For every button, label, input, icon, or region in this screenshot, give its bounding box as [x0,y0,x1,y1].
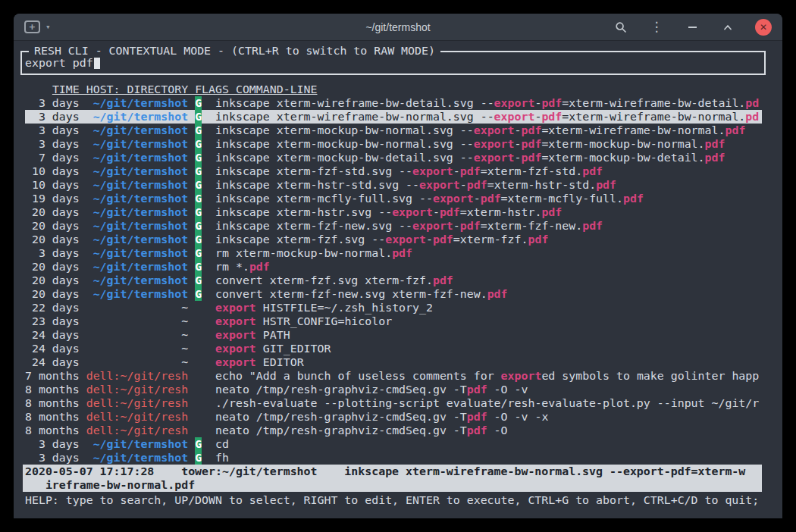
search-button[interactable] [613,19,629,36]
host-cell: ~/git/termshot [86,205,188,219]
history-row[interactable]: 20 days ~/git/termshot G convert xterm-f… [25,287,762,301]
history-row[interactable]: 10 days ~/git/termshot G inkscape xterm-… [25,164,762,178]
history-row[interactable]: 22 days ~ export HISTFILE=~/.zsh_history… [25,301,762,315]
minimize-button[interactable] [684,19,700,36]
spacer [195,396,202,410]
history-row[interactable]: 24 days ~ export GIT_EDITOR [25,342,762,355]
cmd-text: convert xterm-fzf.svg xterm-fzf. [215,274,433,287]
cmd-text: neato /tmp/resh-graphviz-cmdSeq.gv -T [215,424,467,437]
time-cell: 10 days [25,164,86,178]
cmd-match: pdf [541,96,562,110]
time-cell: 3 days [25,137,86,151]
history-row[interactable]: 23 days ~ export HSTR_CONFIG=hicolor [25,315,762,328]
restore-button[interactable] [719,19,736,36]
history-row[interactable]: 19 days ~/git/termshot G inkscape xterm-… [25,192,762,205]
history-row[interactable]: 20 days ~/git/termshot G inkscape xterm-… [25,205,762,219]
status-line-1: 2020-05-07 17:17:28 tower:~/git/termshot… [25,465,762,478]
history-row[interactable]: 20 days ~/git/termshot G convert xterm-f… [25,274,762,287]
history-row[interactable]: 10 days ~/git/termshot G inkscape xterm-… [25,178,762,192]
spacer [202,396,215,410]
history-row[interactable]: 7 days ~/git/termshot G inkscape xterm-m… [25,151,762,164]
cmd-text: inkscape xterm-fzf-new.svg -- [215,219,412,233]
new-tab-button[interactable]: + [24,20,40,33]
host-cell: ~/git/termshot [86,151,188,164]
history-row[interactable]: 20 days ~/git/termshot G rm *.pdf [25,260,762,274]
spacer [202,151,215,164]
spacer [202,451,215,465]
spacer [188,274,195,287]
table-header: TIME HOST: DIRECTORY FLAGS COMMAND-LINE [25,83,762,96]
cmd-match: pdf [460,219,481,233]
spacer [202,369,215,383]
cmd-match: pdf [467,410,487,424]
cmd-text: GIT_EDITOR [256,342,331,355]
titlebar: + ▾ ~/git/termshot ⋮ [14,14,782,41]
kebab-menu-icon: ⋮ [650,20,663,33]
chevron-down-icon[interactable]: ▾ [45,23,51,31]
cmd-match: export [494,96,535,110]
cmd-match: pdf [521,124,541,137]
spacer [188,205,195,219]
git-flag: G [195,151,202,164]
git-flag: G [195,192,202,205]
spacer [188,96,195,110]
spacer [195,410,202,424]
history-row[interactable]: 3 days ~/git/termshot G fh [25,451,762,465]
spacer [188,192,195,205]
cmd-text: HSTR_CONFIG=hicolor [256,315,392,328]
spacer [202,246,215,260]
history-row[interactable]: 20 days ~/git/termshot G inkscape xterm-… [25,233,762,246]
cmd-text: fh [215,451,229,465]
history-row[interactable]: 8 months dell:~/git/resh neato /tmp/resh… [25,410,762,424]
cmd-text: inkscape xterm-hstr.svg -- [215,205,392,219]
spacer [202,233,215,246]
search-query[interactable]: export pdf [25,56,93,70]
spacer [25,83,52,96]
history-table: TIME HOST: DIRECTORY FLAGS COMMAND-LINE … [14,83,782,465]
history-row[interactable]: 20 days ~/git/termshot G inkscape xterm-… [25,219,762,233]
time-cell: 3 days [25,96,86,110]
plus-icon: + [30,22,36,32]
spacer [202,124,215,137]
time-cell: 20 days [25,233,86,246]
history-row[interactable]: 8 months dell:~/git/resh neato /tmp/resh… [25,424,762,437]
git-flag: G [195,437,202,451]
menu-button[interactable]: ⋮ [648,19,665,36]
host-cell: ~ [86,315,188,328]
cmd-match: export [474,137,515,151]
git-flag: G [195,246,202,260]
host-cell: ~/git/termshot [86,451,188,465]
cmd-match: pd [745,96,759,110]
time-cell: 8 months [25,410,86,424]
cmd-text: -O [487,424,508,437]
host-cell: ~/git/termshot [86,287,188,301]
history-row[interactable]: 24 days ~ export PATH [25,328,762,342]
cmd-match: export [215,328,256,342]
cmd-match: export [494,110,535,124]
spacer [202,315,215,328]
history-row[interactable]: 3 days ~/git/termshot G inkscape xterm-w… [25,96,762,110]
history-row[interactable]: 3 days ~/git/termshot G rm xterm-mockup-… [25,246,762,260]
history-row[interactable]: 8 months dell:~/git/resh ./resh-evaluate… [25,396,762,410]
history-row[interactable]: 3 days ~/git/termshot G inkscape xterm-w… [25,110,762,124]
history-row[interactable]: 7 months dell:~/git/resh echo "Add a bun… [25,369,762,383]
history-row[interactable]: 3 days ~/git/termshot G inkscape xterm-m… [25,137,762,151]
spacer [188,246,195,260]
spacer [188,301,195,315]
history-row[interactable]: 3 days ~/git/termshot G cd [25,437,762,451]
host-cell: ~/git/termshot [86,260,188,274]
time-cell: 22 days [25,301,86,315]
spacer [188,124,195,137]
history-row[interactable]: 24 days ~ export EDITOR [25,355,762,369]
history-row[interactable]: 3 days ~/git/termshot G inkscape xterm-m… [25,124,762,137]
cmd-match: pdf [467,178,487,192]
history-row[interactable]: 8 months dell:~/git/resh neato /tmp/resh… [25,383,762,396]
cmd-text: - [460,178,467,192]
close-button[interactable]: ✕ [755,19,772,36]
git-flag: G [195,96,202,110]
spacer [188,178,195,192]
spacer [188,424,195,437]
time-cell: 20 days [25,205,86,219]
cmd-match: export [433,192,474,205]
cmd-text: inkscape xterm-mockup-bw-normal.svg -- [215,137,474,151]
